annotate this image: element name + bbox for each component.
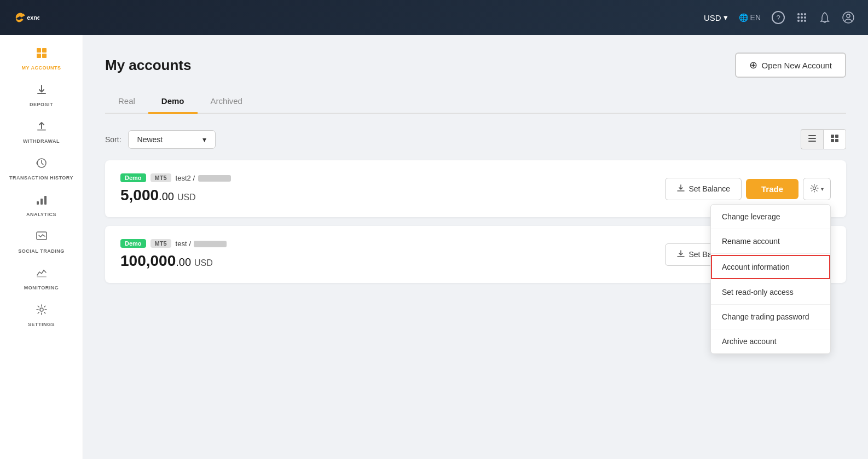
svg-rect-25	[808, 138, 816, 139]
demo-badge-2: Demo	[120, 239, 146, 248]
set-balance-button-1[interactable]: Set Balance	[665, 178, 742, 200]
page-title: My accounts	[105, 57, 192, 74]
svg-point-8	[801, 20, 803, 22]
tab-archived[interactable]: Archived	[198, 91, 256, 114]
my-accounts-icon	[36, 47, 48, 62]
dropdown-set-read-only[interactable]: Set read-only access	[711, 280, 830, 305]
svg-rect-29	[831, 139, 834, 142]
set-balance-icon-1	[676, 184, 685, 194]
trade-button-1[interactable]: Trade	[746, 179, 798, 199]
currency-label: USD	[704, 13, 721, 22]
grid-view-button[interactable]	[823, 129, 846, 149]
svg-rect-18	[37, 201, 39, 205]
notifications-icon[interactable]	[819, 11, 831, 24]
svg-point-7	[797, 20, 800, 22]
account-name-text-2: test	[176, 240, 187, 248]
svg-rect-12	[37, 48, 41, 53]
dropdown-change-leverage[interactable]: Change leverage	[711, 205, 830, 229]
sort-chevron-icon: ▾	[202, 135, 206, 144]
svg-point-23	[40, 308, 43, 311]
svg-rect-26	[808, 141, 816, 142]
sidebar-label-settings: SETTINGS	[28, 322, 55, 327]
dropdown-rename-account[interactable]: Rename account	[711, 229, 830, 254]
settings-dropdown-button[interactable]: ▾	[803, 178, 831, 200]
main-content: My accounts ⊕ Open New Account Real Demo…	[83, 35, 868, 459]
svg-rect-27	[831, 135, 834, 138]
view-toggle	[801, 129, 846, 149]
svg-point-9	[804, 20, 806, 22]
card-info-1: Demo MT5 test2 / 5,000.00USD	[120, 173, 665, 204]
open-new-account-button[interactable]: ⊕ Open New Account	[735, 53, 846, 78]
card-balance-2: 100,000.00USD	[120, 252, 665, 270]
list-view-button[interactable]	[801, 129, 823, 149]
sidebar-item-transaction-history[interactable]: TRANSACTION HISTORY	[0, 149, 83, 186]
svg-rect-16	[37, 129, 46, 131]
user-profile-icon[interactable]	[842, 11, 855, 24]
sidebar-label-my-accounts: MY ACCOUNTS	[21, 65, 61, 71]
svg-rect-24	[808, 135, 816, 136]
page-header: My accounts ⊕ Open New Account	[105, 53, 846, 78]
svg-rect-13	[42, 48, 47, 53]
main-layout: MY ACCOUNTS DEPOSIT WITHDRAWAL	[0, 35, 868, 459]
svg-text:exness: exness	[27, 14, 39, 21]
dropdown-account-information[interactable]: Account information	[711, 255, 830, 279]
svg-point-3	[804, 13, 806, 15]
withdrawal-icon	[36, 120, 48, 135]
currency-arrow-icon: ▾	[724, 13, 728, 22]
account-number-redacted-2	[194, 241, 227, 247]
sidebar-item-analytics[interactable]: ANALYTICS	[0, 186, 83, 223]
card-info-2: Demo MT5 test / 100,000.00USD	[120, 239, 665, 270]
account-name-text-1: test2	[176, 174, 191, 182]
balance-main-2: 100,000	[120, 252, 176, 269]
sidebar-item-withdrawal[interactable]: WITHDRAWAL	[0, 113, 83, 149]
apps-icon[interactable]	[796, 11, 808, 24]
language-selector[interactable]: 🌐 EN	[739, 13, 761, 22]
open-new-account-label: Open New Account	[762, 61, 832, 70]
balance-decimals-2: .00	[176, 256, 191, 268]
sort-left: Sort: Newest ▾	[105, 130, 216, 149]
tab-real[interactable]: Real	[105, 91, 148, 114]
social-trading-icon	[36, 230, 48, 245]
svg-point-6	[804, 16, 806, 19]
sidebar-item-my-accounts[interactable]: MY ACCOUNTS	[0, 39, 83, 76]
svg-point-4	[797, 16, 800, 19]
sidebar-item-monitoring[interactable]: MONITORING	[0, 259, 83, 296]
sort-value: Newest	[137, 135, 163, 144]
svg-rect-15	[42, 54, 47, 58]
currency-selector[interactable]: USD ▾	[704, 13, 728, 22]
card-badges-1: Demo MT5 test2 /	[120, 173, 665, 182]
balance-decimals-1: .00	[159, 190, 174, 202]
dropdown-arrow-icon: ▾	[821, 186, 824, 192]
sidebar-item-settings[interactable]: SETTINGS	[0, 296, 83, 333]
sidebar: MY ACCOUNTS DEPOSIT WITHDRAWAL	[0, 35, 83, 459]
sidebar-label-analytics: ANALYTICS	[26, 212, 56, 217]
help-button[interactable]: ?	[772, 11, 785, 24]
logo[interactable]: exness	[13, 9, 39, 26]
plus-icon: ⊕	[749, 59, 757, 71]
svg-rect-28	[835, 135, 838, 138]
deposit-icon	[36, 84, 48, 98]
mt5-badge-1: MT5	[151, 173, 171, 182]
svg-point-31	[813, 187, 816, 189]
dropdown-change-trading-password[interactable]: Change trading password	[711, 305, 830, 329]
balance-currency-1: USD	[177, 193, 196, 202]
settings-dropdown-container: ▾ Change leverage Rename account Account…	[803, 178, 831, 200]
dropdown-archive-account[interactable]: Archive account	[711, 329, 830, 353]
svg-rect-30	[835, 139, 838, 142]
sidebar-label-deposit: DEPOSIT	[30, 102, 53, 107]
card-actions-1: Set Balance Trade ▾	[665, 178, 831, 200]
gear-icon	[810, 184, 819, 194]
sidebar-label-social-trading: SOCIAL TRADING	[18, 248, 64, 254]
card-balance-1: 5,000.00USD	[120, 187, 665, 204]
transaction-history-icon	[36, 157, 48, 172]
topnav-right: USD ▾ 🌐 EN ?	[704, 11, 855, 24]
settings-dropdown-menu: Change leverage Rename account Account i…	[710, 204, 831, 354]
tab-demo[interactable]: Demo	[148, 91, 198, 114]
account-name-1: test2 /	[176, 174, 231, 182]
sort-dropdown[interactable]: Newest ▾	[128, 130, 216, 149]
set-balance-label-1: Set Balance	[688, 184, 730, 193]
sidebar-item-deposit[interactable]: DEPOSIT	[0, 76, 83, 113]
top-navigation: exness USD ▾ 🌐 EN ?	[0, 0, 868, 35]
sidebar-item-social-trading[interactable]: SOCIAL TRADING	[0, 223, 83, 259]
demo-badge-1: Demo	[120, 173, 146, 182]
